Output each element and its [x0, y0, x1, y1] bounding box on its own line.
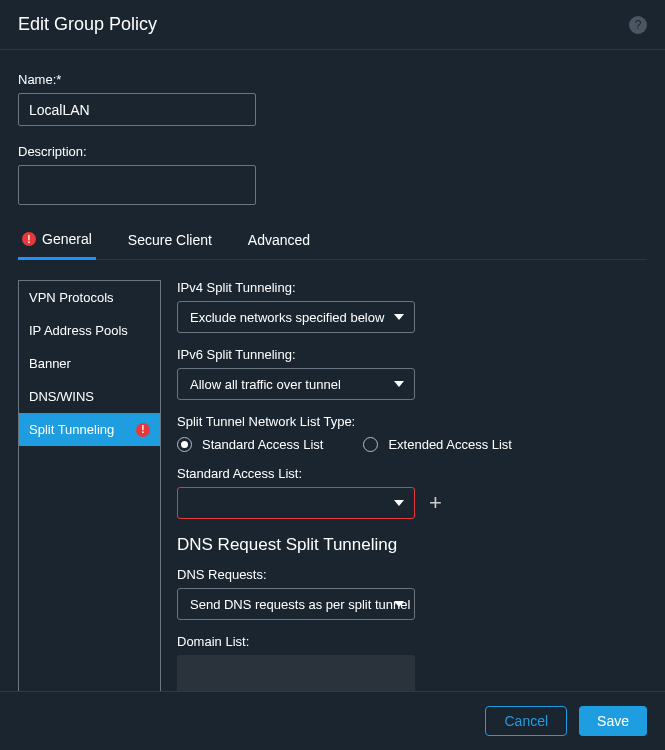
tab-advanced-label: Advanced — [248, 232, 310, 248]
ipv6-split-select[interactable]: Allow all traffic over tunnel — [177, 368, 415, 400]
radio-standard-label: Standard Access List — [202, 437, 323, 452]
dns-requests-label: DNS Requests: — [177, 567, 637, 582]
ipv4-split-value: Exclude networks specified below — [190, 310, 384, 325]
footer: Cancel Save — [0, 691, 665, 750]
plus-icon: + — [429, 490, 442, 515]
description-label: Description: — [18, 144, 647, 159]
ipv4-split-label: IPv4 Split Tunneling: — [177, 280, 637, 295]
alert-icon: ! — [136, 423, 150, 437]
sidebar-item-banner[interactable]: Banner — [19, 347, 160, 380]
std-access-select[interactable] — [177, 487, 415, 519]
sidebar-item-vpn-protocols[interactable]: VPN Protocols — [19, 281, 160, 314]
sidebar-item-dns-wins[interactable]: DNS/WINS — [19, 380, 160, 413]
dns-requests-value: Send DNS requests as per split tunnel po… — [190, 597, 415, 612]
tab-secure-client[interactable]: Secure Client — [124, 224, 216, 258]
sidebar-item-label: Banner — [29, 356, 71, 371]
sidebar-item-label: VPN Protocols — [29, 290, 114, 305]
name-label: Name:* — [18, 72, 647, 87]
sidebar-item-label: DNS/WINS — [29, 389, 94, 404]
tab-bar: ! General Secure Client Advanced — [18, 223, 647, 260]
std-access-label: Standard Access List: — [177, 466, 637, 481]
ipv6-split-label: IPv6 Split Tunneling: — [177, 347, 637, 362]
sidebar-item-split-tunneling[interactable]: Split Tunneling ! — [19, 413, 160, 446]
description-input[interactable] — [18, 165, 256, 205]
domain-list-label: Domain List: — [177, 634, 637, 649]
sidebar-item-label: Split Tunneling — [29, 422, 114, 437]
ipv4-split-select[interactable]: Exclude networks specified below — [177, 301, 415, 333]
chevron-down-icon — [394, 500, 404, 506]
tab-advanced[interactable]: Advanced — [244, 224, 314, 258]
radio-icon — [363, 437, 378, 452]
save-button[interactable]: Save — [579, 706, 647, 736]
sidebar-item-label: IP Address Pools — [29, 323, 128, 338]
alert-icon: ! — [22, 232, 36, 246]
cancel-button[interactable]: Cancel — [485, 706, 567, 736]
dialog-title: Edit Group Policy — [18, 14, 157, 35]
tab-general-label: General — [42, 231, 92, 247]
dns-requests-select[interactable]: Send DNS requests as per split tunnel po… — [177, 588, 415, 620]
name-input[interactable] — [18, 93, 256, 126]
sidebar-item-ip-address-pools[interactable]: IP Address Pools — [19, 314, 160, 347]
ipv6-split-value: Allow all traffic over tunnel — [190, 377, 341, 392]
radio-extended-label: Extended Access List — [388, 437, 512, 452]
chevron-down-icon — [394, 314, 404, 320]
main-panel: IPv4 Split Tunneling: Exclude networks s… — [177, 280, 647, 709]
radio-icon — [177, 437, 192, 452]
tab-general[interactable]: ! General — [18, 223, 96, 260]
help-icon[interactable]: ? — [629, 16, 647, 34]
radio-extended-access-list[interactable]: Extended Access List — [363, 437, 512, 452]
chevron-down-icon — [394, 601, 404, 607]
chevron-down-icon — [394, 381, 404, 387]
dns-section-heading: DNS Request Split Tunneling — [177, 535, 637, 555]
sidebar: VPN Protocols IP Address Pools Banner DN… — [18, 280, 161, 709]
tab-secure-client-label: Secure Client — [128, 232, 212, 248]
add-access-list-button[interactable]: + — [425, 492, 446, 514]
radio-standard-access-list[interactable]: Standard Access List — [177, 437, 323, 452]
list-type-label: Split Tunnel Network List Type: — [177, 414, 637, 429]
